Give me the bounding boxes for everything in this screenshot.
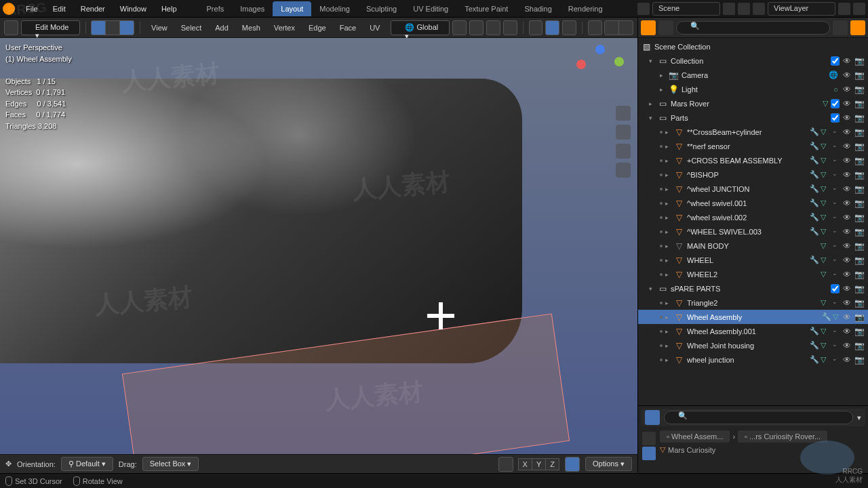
expand-toggle-icon[interactable]: ⌄ xyxy=(829,156,841,165)
visibility-icon[interactable] xyxy=(529,20,543,35)
render-toggle-icon[interactable]: 📷 xyxy=(853,241,865,251)
scene-icon[interactable] xyxy=(637,3,650,15)
move-view-icon[interactable] xyxy=(616,125,631,140)
display-mode-icon[interactable] xyxy=(658,20,673,35)
snap-target-icon[interactable] xyxy=(486,20,500,35)
visibility-toggle-icon[interactable]: 👁 xyxy=(841,127,853,137)
wrench-icon[interactable]: 🔧 xyxy=(810,127,819,136)
render-toggle-icon[interactable]: 📷 xyxy=(853,113,865,123)
menu-render[interactable]: Render xyxy=(74,2,112,16)
render-toggle-icon[interactable]: 📷 xyxy=(853,227,865,237)
axis-y-toggle[interactable]: Y xyxy=(532,458,546,470)
disclosure-arrow-icon[interactable]: ▸ xyxy=(665,300,673,306)
data-icon[interactable]: ▽ xyxy=(821,156,826,165)
disclosure-arrow-icon[interactable]: ▾ xyxy=(649,115,657,121)
render-toggle-icon[interactable]: 📷 xyxy=(853,312,865,322)
snap-magnet-icon[interactable] xyxy=(469,20,484,35)
tree-row[interactable]: ▾▭sPARE PARTS👁📷 xyxy=(638,281,868,296)
expand-toggle-icon[interactable]: ⌄ xyxy=(829,327,841,336)
breadcrumb-object[interactable]: ▫ Wheel Assem... xyxy=(660,430,730,443)
viewlayer-delete-icon[interactable] xyxy=(853,3,865,15)
wrench-icon[interactable]: 🔧 xyxy=(810,142,819,150)
workspace-tab-rendering[interactable]: Rendering xyxy=(560,1,611,16)
wireframe-shading-icon[interactable] xyxy=(604,20,619,35)
data-icon[interactable]: ▽ xyxy=(821,227,826,236)
tree-row[interactable]: ▸📷Camera🌐👁📷 xyxy=(638,68,868,82)
perspective-toggle-icon[interactable] xyxy=(616,163,631,178)
render-toggle-icon[interactable]: 📷 xyxy=(853,256,865,265)
tree-row[interactable]: ▸▽^wheel swivel.001🔧▽⌄👁📷 xyxy=(638,196,868,210)
visibility-toggle-icon[interactable]: 👁 xyxy=(841,270,853,279)
tree-row[interactable]: ▸▽MAIN BODY▽⌄👁📷 xyxy=(638,239,868,253)
visibility-toggle-icon[interactable]: 👁 xyxy=(841,284,853,293)
orientation-default-dropdown[interactable]: ⚲ Default ▾ xyxy=(61,457,113,471)
visibility-toggle-icon[interactable]: 👁 xyxy=(841,213,853,222)
expand-toggle-icon[interactable]: ⌄ xyxy=(829,170,841,180)
expand-toggle-icon[interactable]: ⌄ xyxy=(829,227,841,237)
data-icon[interactable]: ▽ xyxy=(821,256,826,264)
render-toggle-icon[interactable]: 📷 xyxy=(853,127,865,137)
expand-toggle-icon[interactable]: ⌄ xyxy=(829,184,841,194)
render-toggle-icon[interactable]: 📷 xyxy=(853,327,865,336)
wrench-icon[interactable]: 🔧 xyxy=(810,227,819,236)
visibility-toggle-icon[interactable]: 👁 xyxy=(841,355,853,365)
data-icon[interactable]: ▽ xyxy=(821,270,826,279)
disclosure-arrow-icon[interactable]: ▸ xyxy=(665,243,673,249)
mirror-butterfly-icon[interactable] xyxy=(498,457,513,472)
disclosure-arrow-icon[interactable]: ▾ xyxy=(649,285,657,292)
tree-row[interactable]: ▸▽WHEEL🔧▽⌄👁📷 xyxy=(638,253,868,267)
workspace-tab-uv-editing[interactable]: UV Editing xyxy=(405,1,456,16)
render-toggle-icon[interactable]: 📷 xyxy=(853,298,865,308)
outliner-tree[interactable]: ▧ Scene Collection ▾▭Collection👁📷▸📷Camer… xyxy=(638,38,868,405)
visibility-toggle-icon[interactable]: 👁 xyxy=(841,85,853,94)
data-icon[interactable]: ▽ xyxy=(821,355,826,364)
disclosure-arrow-icon[interactable]: ▸ xyxy=(665,328,673,335)
visibility-toggle-icon[interactable]: 👁 xyxy=(841,113,853,123)
wrench-icon[interactable]: 🔧 xyxy=(810,341,819,350)
breadcrumb-data[interactable]: ▫ ...rs Curiosity Rover... xyxy=(738,430,827,443)
wrench-icon[interactable]: 🔧 xyxy=(810,199,819,207)
render-toggle-icon[interactable]: 📷 xyxy=(853,70,865,80)
disclosure-arrow-icon[interactable]: ▾ xyxy=(649,58,657,64)
outliner-editor-icon[interactable] xyxy=(641,20,656,35)
exclude-checkbox[interactable] xyxy=(831,284,840,293)
data-icon[interactable]: ▽ xyxy=(821,341,826,350)
data-icon[interactable]: ○ xyxy=(833,85,838,94)
disclosure-arrow-icon[interactable]: ▸ xyxy=(665,314,673,321)
disclosure-arrow-icon[interactable]: ▸ xyxy=(665,157,673,164)
expand-toggle-icon[interactable]: ⌄ xyxy=(829,127,841,137)
scene-delete-icon[interactable] xyxy=(738,3,750,15)
data-icon[interactable]: ▽ xyxy=(821,298,826,307)
visibility-toggle-icon[interactable]: 👁 xyxy=(841,199,853,208)
wrench-icon[interactable]: 🔧 xyxy=(810,170,819,179)
axis-z-icon[interactable] xyxy=(595,45,605,54)
axis-x-icon[interactable] xyxy=(576,60,586,69)
solid-shading-icon[interactable] xyxy=(618,20,633,35)
visibility-toggle-icon[interactable]: 👁 xyxy=(841,142,853,151)
expand-toggle-icon[interactable]: ⌄ xyxy=(829,341,841,350)
viewport-menu-mesh[interactable]: Mesh xyxy=(237,21,266,35)
expand-toggle-icon[interactable]: ⌄ xyxy=(829,355,841,365)
vertex-select-icon[interactable] xyxy=(91,20,106,35)
tree-row[interactable]: ▸▽^wheel JUNCTION🔧▽⌄👁📷 xyxy=(638,182,868,196)
expand-toggle-icon[interactable]: ⌄ xyxy=(829,213,841,222)
visibility-toggle-icon[interactable]: 👁 xyxy=(841,56,853,66)
editor-type-icon[interactable] xyxy=(4,20,18,35)
disclosure-arrow-icon[interactable]: ▸ xyxy=(665,357,673,363)
visibility-toggle-icon[interactable]: 👁 xyxy=(841,256,853,265)
tree-row[interactable]: ▾▭Collection👁📷 xyxy=(638,54,868,68)
axis-y-icon[interactable] xyxy=(614,57,624,66)
disclosure-arrow-icon[interactable]: ▸ xyxy=(665,186,673,192)
workspace-tab-sculpting[interactable]: Sculpting xyxy=(358,1,405,16)
data-icon[interactable]: ▽ xyxy=(821,241,826,250)
menu-file[interactable]: File xyxy=(19,2,45,16)
viewport-menu-add[interactable]: Add xyxy=(210,21,234,35)
expand-toggle-icon[interactable]: ⌄ xyxy=(829,199,841,208)
object-tab-icon[interactable] xyxy=(642,447,656,460)
axis-z-toggle[interactable]: Z xyxy=(545,458,559,470)
render-toggle-icon[interactable]: 📷 xyxy=(853,85,865,94)
visibility-toggle-icon[interactable]: 👁 xyxy=(841,156,853,165)
overlays-icon[interactable] xyxy=(562,20,576,35)
exclude-checkbox[interactable] xyxy=(831,56,840,66)
tree-row[interactable]: ▸▽^wheel swivel.002🔧▽⌄👁📷 xyxy=(638,210,868,224)
